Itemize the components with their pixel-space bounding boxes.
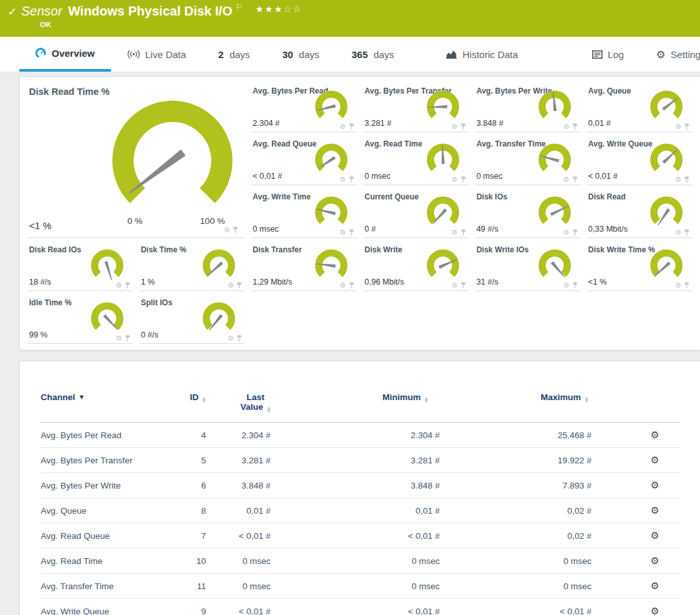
channel-settings-gear-icon[interactable]: ⚙	[651, 555, 659, 567]
gear-icon[interactable]: ⚙	[675, 124, 681, 130]
gauge-value: 0,96 Mbit/s	[365, 277, 404, 287]
gear-icon[interactable]: ⚙	[451, 283, 458, 289]
gauge-tile: Current Queue0 #⚙	[364, 190, 469, 238]
pin-icon[interactable]	[684, 176, 690, 183]
gauge	[425, 90, 461, 123]
pin-icon[interactable]	[572, 123, 578, 130]
primary-gauge	[88, 94, 256, 223]
gear-icon[interactable]: ⚙	[227, 283, 234, 289]
pin-icon[interactable]	[125, 282, 130, 289]
channel-settings-gear-icon[interactable]: ⚙	[651, 605, 659, 615]
tab-historic-data[interactable]: Historic Data	[429, 37, 534, 72]
pin-icon[interactable]	[236, 335, 242, 342]
gauge-title: Disk Write Time %	[588, 245, 655, 254]
gear-icon[interactable]: ⚙	[116, 283, 122, 289]
channel-settings-cell: ⚙	[592, 574, 680, 599]
last-value-cell: 0 msec	[206, 574, 271, 599]
pin-icon[interactable]	[349, 123, 355, 130]
pin-icon[interactable]	[232, 227, 238, 234]
channel-settings-cell: ⚙	[592, 448, 680, 473]
pin-icon[interactable]	[460, 123, 466, 130]
channel-settings-gear-icon[interactable]: ⚙	[651, 580, 659, 592]
gear-icon[interactable]: ⚙	[563, 177, 570, 183]
pin-icon[interactable]	[460, 229, 466, 236]
pin-icon[interactable]	[236, 282, 242, 289]
channel-settings-gear-icon[interactable]: ⚙	[651, 530, 659, 541]
gauge-value: 0 msec	[252, 225, 278, 234]
status-ok-check-icon: ✓	[8, 5, 17, 19]
column-header-id[interactable]: ID▲▼	[163, 390, 206, 423]
gauge-title: Avg. Queue	[588, 86, 631, 96]
gear-icon[interactable]: ⚙	[675, 230, 681, 236]
pin-icon[interactable]	[460, 282, 466, 289]
channel-settings-gear-icon[interactable]: ⚙	[651, 479, 659, 491]
channel-id-cell: 9	[163, 599, 206, 615]
gear-icon[interactable]: ⚙	[451, 124, 458, 130]
pin-icon[interactable]	[684, 282, 690, 289]
channel-settings-gear-icon[interactable]: ⚙	[651, 429, 659, 441]
maximum-cell: 25.468 #	[440, 423, 592, 448]
gauge	[648, 90, 685, 123]
tab-live-data[interactable]: Live Data	[111, 37, 202, 72]
gear-icon[interactable]: ⚙	[340, 283, 346, 289]
gear-icon[interactable]: ⚙	[223, 227, 230, 234]
sensor-kind-label: Sensor	[21, 4, 62, 18]
sort-icon[interactable]: ▲▼	[203, 397, 206, 403]
gear-icon[interactable]: ⚙	[340, 124, 346, 130]
sort-icon[interactable]: ▲▼	[585, 397, 588, 403]
gear-icon[interactable]: ⚙	[563, 230, 570, 236]
channel-settings-gear-icon[interactable]: ⚙	[651, 505, 659, 516]
tab-overview[interactable]: Overview	[19, 37, 111, 72]
column-header-maximum[interactable]: Maximum▲▼	[440, 390, 592, 423]
pin-icon[interactable]	[349, 229, 355, 236]
column-header-channel[interactable]: Channel▼	[41, 390, 163, 423]
channel-id-cell: 7	[163, 523, 206, 549]
gauge-title: Disk IOs	[477, 192, 508, 201]
pin-icon[interactable]	[684, 229, 690, 236]
tab-settings[interactable]: ⚙ Settings	[640, 37, 700, 72]
maximum-cell: 0 msec	[440, 574, 592, 599]
gauge-title: Disk Time %	[141, 245, 186, 254]
maximum-cell: 19.922 #	[440, 448, 592, 473]
maximum-cell: 7.893 #	[440, 473, 592, 498]
gear-icon[interactable]: ⚙	[340, 230, 346, 236]
gear-icon[interactable]: ⚙	[563, 124, 570, 130]
channel-settings-cell: ⚙	[592, 523, 680, 549]
priority-stars[interactable]: ★★★☆☆	[255, 4, 302, 14]
pin-icon[interactable]	[349, 282, 355, 289]
pin-icon[interactable]	[125, 335, 130, 342]
sort-icon[interactable]: ▲▼	[425, 397, 428, 403]
gear-icon[interactable]: ⚙	[451, 230, 458, 236]
pin-icon[interactable]	[572, 176, 578, 183]
sort-icon[interactable]: ▲▼	[267, 407, 271, 413]
column-header-minimum[interactable]: Minimum▲▼	[271, 390, 440, 423]
gear-icon[interactable]: ⚙	[675, 177, 681, 183]
gauge-value: 3.281 #	[365, 119, 392, 128]
tab-2-days[interactable]: 2 days	[202, 37, 266, 72]
channels-panel: Channel▼ ID▲▼ LastValue▲▼ Minimum▲▼ Maxi…	[19, 361, 700, 615]
tab-bar: Overview Live Data 2 days 30 days 365 da…	[0, 37, 700, 72]
gear-icon[interactable]: ⚙	[340, 177, 346, 183]
tab-label: Overview	[52, 48, 95, 59]
gauges-panel: Disk Read Time % 0 % 100 % <1 % ⚙ Avg. B…	[19, 76, 700, 350]
pin-icon[interactable]	[460, 176, 466, 183]
gauge	[313, 249, 349, 281]
gear-icon[interactable]: ⚙	[116, 336, 122, 342]
gear-icon[interactable]: ⚙	[227, 336, 234, 342]
gauge	[537, 90, 573, 123]
gear-icon[interactable]: ⚙	[675, 283, 681, 289]
tab-log[interactable]: Log	[576, 37, 640, 72]
pin-icon[interactable]	[572, 282, 578, 289]
pin-icon[interactable]	[572, 229, 578, 236]
tab-30-days[interactable]: 30 days	[266, 37, 335, 72]
gear-icon[interactable]: ⚙	[563, 283, 570, 289]
flag-icon[interactable]: ⚐	[236, 3, 243, 12]
pin-icon[interactable]	[684, 123, 690, 130]
channel-settings-gear-icon[interactable]: ⚙	[651, 454, 659, 466]
gear-icon[interactable]: ⚙	[451, 177, 458, 183]
pin-icon[interactable]	[349, 176, 355, 183]
tab-365-days[interactable]: 365 days	[336, 37, 411, 72]
column-header-last-value[interactable]: LastValue▲▼	[206, 390, 271, 423]
maximum-cell: 0,02 #	[440, 498, 592, 523]
gauge	[537, 143, 573, 176]
